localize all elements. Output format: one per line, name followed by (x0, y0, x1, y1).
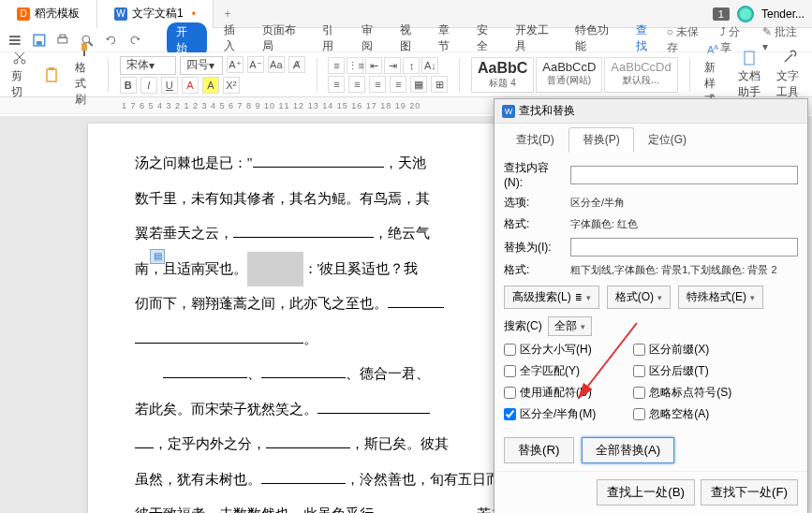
paragraph-group: ≡ ⋮≡ ⇤ ⇥ ↕ A↓ ≡ ≡ ≡ ≡ ▦ ⊞ (328, 57, 448, 93)
tab-doc-label: 文字文稿1 (132, 6, 184, 22)
highlight-button[interactable]: A (202, 77, 219, 94)
advanced-search-button[interactable]: 高级搜索(L) ≣ (504, 286, 599, 309)
style-gallery: AaBbC 标题 4 AaBbCcD 普通(网站) AaBbCcDd 默认段..… (471, 57, 678, 93)
svg-rect-0 (9, 36, 21, 37)
dialog-tabs: 查找(D) 替换(P) 定位(G) (495, 124, 807, 153)
svg-line-12 (15, 52, 22, 60)
chk-whole[interactable]: 全字匹配(Y) (504, 363, 596, 379)
indent-dec-button[interactable]: ⇤ (365, 57, 382, 74)
scissors-icon (11, 50, 28, 66)
svg-rect-4 (37, 40, 42, 44)
change-case-button[interactable]: Aa (268, 56, 285, 73)
format-brush-button[interactable]: 格式刷 (71, 39, 96, 110)
chk-width[interactable]: 区分全/半角(M) (504, 406, 596, 422)
dialog-title-bar[interactable]: W 查找和替换 (495, 99, 807, 124)
sort-button[interactable]: A↓ (421, 57, 438, 74)
italic-button[interactable]: I (140, 77, 157, 94)
search-scope-select[interactable]: 全部 (548, 316, 592, 336)
find-label: 查找内容(N): (504, 160, 565, 189)
svg-rect-6 (60, 35, 66, 37)
tab-replace[interactable]: 替换(P) (568, 127, 634, 153)
font-size-select[interactable]: 四号 ▾ (180, 56, 223, 75)
svg-rect-19 (745, 51, 754, 65)
find-next-button[interactable]: 查找下一处(F) (701, 479, 798, 506)
svg-text:A: A (714, 43, 719, 51)
shading-button[interactable]: ▦ (410, 76, 427, 93)
paste-button[interactable] (39, 65, 64, 85)
window-count-badge[interactable]: 1 (713, 7, 730, 21)
tab-find[interactable]: 查找(D) (502, 127, 568, 153)
format-label: 格式: (504, 216, 565, 232)
new-style-icon: AA (705, 41, 722, 58)
find-input[interactable] (570, 166, 798, 184)
strikethrough-button[interactable]: X² (223, 77, 240, 94)
grow-font-button[interactable]: A⁺ (227, 56, 244, 73)
chk-suffix[interactable]: 区分后缀(T) (633, 363, 731, 379)
line-spacing-button[interactable]: ↕ (403, 57, 420, 74)
clipboard-icon (43, 66, 60, 83)
svg-rect-14 (49, 67, 54, 70)
chk-space[interactable]: 忽略空格(A) (633, 406, 731, 422)
search-scope-label: 搜索(C) (504, 318, 542, 334)
font-color-button[interactable]: A (182, 77, 199, 94)
font-group: 宋体 ▾ 四号 ▾ A⁺ A⁻ Aa A̸ B I U A A X² (120, 56, 305, 94)
align-justify-button[interactable]: ≡ (390, 76, 406, 93)
format2-value: 粗下划线,字体颜色: 背景1,下划线颜色: 背景 2 (570, 263, 777, 277)
tab-goto[interactable]: 定位(G) (634, 127, 701, 153)
new-tab-button[interactable]: + (214, 7, 242, 21)
tab-template-label: 稻壳模板 (35, 6, 80, 22)
find-prev-button[interactable]: 查找上一处(B) (597, 479, 695, 506)
replace-all-button[interactable]: 全部替换(A) (582, 437, 675, 463)
underline-button[interactable]: U (161, 77, 178, 94)
svg-rect-15 (81, 43, 87, 51)
align-right-button[interactable]: ≡ (369, 76, 386, 93)
font-name-select[interactable]: 宋体 ▾ (120, 56, 176, 75)
cut-button[interactable]: 剪切 (7, 48, 32, 102)
align-center-button[interactable]: ≡ (348, 76, 365, 93)
find-replace-dialog: W 查找和替换 查找(D) 替换(P) 定位(G) 查找内容(N): 选项: 区… (494, 98, 808, 513)
quick-access-bar: 开始 插入 页面布局 引用 审阅 视图 章节 安全 开发工具 特色功能 查找 ○… (0, 28, 812, 52)
replace-button[interactable]: 替换(R) (504, 437, 574, 463)
svg-rect-2 (9, 42, 21, 44)
tab-template[interactable]: D 稻壳模板 (0, 0, 97, 28)
bold-button[interactable]: B (120, 77, 137, 94)
dialog-title: 查找和替换 (519, 103, 575, 119)
shrink-font-button[interactable]: A⁻ (247, 56, 264, 73)
format-value: 字体颜色: 红色 (570, 217, 638, 231)
menu-icon[interactable] (7, 33, 22, 48)
replace-label: 替换为(I): (504, 240, 565, 256)
svg-rect-13 (47, 69, 56, 81)
text-tool-button[interactable]: 文字工具 (773, 48, 805, 102)
align-left-button[interactable]: ≡ (328, 76, 345, 93)
undo-icon[interactable] (104, 33, 119, 48)
numbering-button[interactable]: ⋮≡ (347, 57, 363, 74)
template-icon: D (17, 7, 30, 21)
special-format-button[interactable]: 特殊格式(E) (678, 286, 763, 309)
user-avatar[interactable] (737, 6, 754, 22)
chk-punct[interactable]: 忽略标点符号(S) (633, 385, 731, 401)
style-item-3[interactable]: AaBbCcDd 默认段... (604, 57, 677, 93)
print-icon[interactable] (55, 33, 70, 48)
svg-rect-16 (83, 51, 85, 56)
doc-helper-button[interactable]: 文档助手 (734, 48, 766, 102)
indent-inc-button[interactable]: ⇥ (384, 57, 401, 74)
replace-input[interactable] (570, 238, 798, 256)
borders-button[interactable]: ⊞ (431, 76, 448, 93)
chk-wildcard[interactable]: 使用通配符(U) (504, 385, 596, 401)
user-name[interactable]: Tender... (761, 7, 805, 21)
tab-dirty-dot: • (192, 7, 196, 21)
chk-prefix[interactable]: 区分前缀(X) (633, 342, 731, 358)
chk-case[interactable]: 区分大小写(H) (504, 342, 596, 358)
options-value: 区分全/半角 (570, 196, 625, 210)
format-button[interactable]: 格式(O) (607, 286, 671, 309)
dialog-icon: W (502, 105, 515, 118)
bullets-button[interactable]: ≡ (328, 57, 345, 74)
wrench-icon (780, 50, 797, 66)
page-marker-icon[interactable]: ▤ (150, 249, 165, 264)
style-item-1[interactable]: AaBbC 标题 4 (471, 57, 534, 93)
save-icon[interactable] (32, 33, 47, 48)
style-item-2[interactable]: AaBbCcD 普通(网站) (536, 57, 602, 93)
clear-format-button[interactable]: A̸ (288, 56, 305, 73)
redo-icon[interactable] (127, 33, 142, 48)
svg-point-10 (22, 60, 25, 64)
